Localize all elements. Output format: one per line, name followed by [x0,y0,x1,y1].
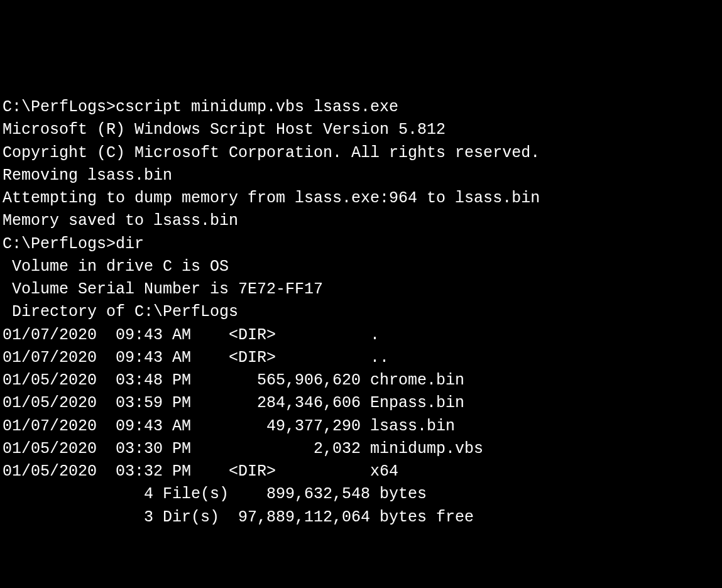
terminal-line: Microsoft (R) Windows Script Host Versio… [3,119,719,141]
terminal-line: 01/05/2020 03:32 PM <DIR> x64 [3,460,719,483]
terminal-line: 01/07/2020 09:43 AM <DIR> .. [3,347,719,369]
terminal-output[interactable]: C:\PerfLogs>cscript minidump.vbs lsass.e… [3,96,719,529]
terminal-line: 3 Dir(s) 97,889,112,064 bytes free [3,506,719,529]
terminal-line: Volume in drive C is OS [3,256,719,278]
terminal-line: Attempting to dump memory from lsass.exe… [3,187,719,210]
terminal-line: Removing lsass.bin [3,165,719,187]
terminal-line: Volume Serial Number is 7E72-FF17 [3,278,719,301]
terminal-line: 01/05/2020 03:48 PM 565,906,620 chrome.b… [3,369,719,392]
terminal-line: Directory of C:\PerfLogs [3,301,719,324]
terminal-line: 01/07/2020 09:43 AM 49,377,290 lsass.bin [3,415,719,438]
terminal-line: 01/05/2020 03:59 PM 284,346,606 Enpass.b… [3,392,719,415]
terminal-line: Memory saved to lsass.bin [3,210,719,232]
terminal-line: C:\PerfLogs>dir [3,233,719,256]
terminal-line: 01/07/2020 09:43 AM <DIR> . [3,324,719,347]
terminal-line: C:\PerfLogs>cscript minidump.vbs lsass.e… [3,96,719,119]
terminal-line: 4 File(s) 899,632,548 bytes [3,483,719,506]
terminal-line: 01/05/2020 03:30 PM 2,032 minidump.vbs [3,438,719,460]
terminal-line: Copyright (C) Microsoft Corporation. All… [3,142,719,165]
